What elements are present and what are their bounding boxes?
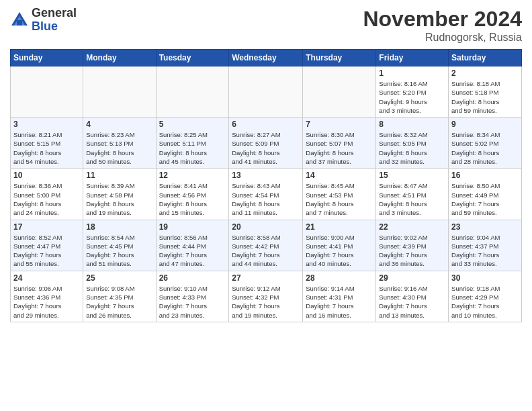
table-row xyxy=(229,66,303,118)
day-info: Sunrise: 8:45 AM Sunset: 4:53 PM Dayligh… xyxy=(306,181,373,217)
day-info: Sunrise: 8:58 AM Sunset: 4:42 PM Dayligh… xyxy=(232,233,300,269)
day-info: Sunrise: 8:16 AM Sunset: 5:20 PM Dayligh… xyxy=(379,79,445,115)
day-number: 16 xyxy=(451,171,519,180)
day-info: Sunrise: 9:14 AM Sunset: 4:31 PM Dayligh… xyxy=(306,284,373,320)
day-info: Sunrise: 8:56 AM Sunset: 4:44 PM Dayligh… xyxy=(159,233,226,269)
table-row: 8Sunrise: 8:32 AM Sunset: 5:05 PM Daylig… xyxy=(376,118,449,169)
day-number: 30 xyxy=(451,273,519,283)
day-number: 17 xyxy=(13,222,80,232)
day-info: Sunrise: 8:18 AM Sunset: 5:18 PM Dayligh… xyxy=(451,79,519,115)
calendar-week-row: 17Sunrise: 8:52 AM Sunset: 4:47 PM Dayli… xyxy=(11,220,522,271)
col-saturday: Saturday xyxy=(449,50,522,66)
table-row: 4Sunrise: 8:23 AM Sunset: 5:13 PM Daylig… xyxy=(83,118,156,169)
day-info: Sunrise: 9:16 AM Sunset: 4:30 PM Dayligh… xyxy=(379,284,445,320)
logo: General Blue xyxy=(10,7,77,34)
table-row: 24Sunrise: 9:06 AM Sunset: 4:36 PM Dayli… xyxy=(11,271,83,322)
day-number: 18 xyxy=(86,222,152,232)
day-number: 7 xyxy=(306,120,373,129)
table-row: 6Sunrise: 8:27 AM Sunset: 5:09 PM Daylig… xyxy=(229,118,303,169)
day-number: 6 xyxy=(232,120,300,129)
day-number: 15 xyxy=(379,171,445,180)
calendar-week-row: 3Sunrise: 8:21 AM Sunset: 5:15 PM Daylig… xyxy=(11,118,522,169)
table-row: 30Sunrise: 9:18 AM Sunset: 4:29 PM Dayli… xyxy=(449,271,522,322)
day-info: Sunrise: 9:10 AM Sunset: 4:33 PM Dayligh… xyxy=(159,284,226,320)
day-info: Sunrise: 8:41 AM Sunset: 4:56 PM Dayligh… xyxy=(159,181,226,217)
table-row: 25Sunrise: 9:08 AM Sunset: 4:35 PM Dayli… xyxy=(83,271,156,322)
day-info: Sunrise: 9:02 AM Sunset: 4:39 PM Dayligh… xyxy=(379,233,445,269)
day-number: 20 xyxy=(232,222,300,232)
logo-text: General Blue xyxy=(32,7,77,34)
calendar-week-row: 10Sunrise: 8:36 AM Sunset: 5:00 PM Dayli… xyxy=(11,169,522,220)
col-sunday: Sunday xyxy=(11,50,83,66)
table-row: 26Sunrise: 9:10 AM Sunset: 4:33 PM Dayli… xyxy=(156,271,229,322)
table-row: 22Sunrise: 9:02 AM Sunset: 4:39 PM Dayli… xyxy=(376,220,449,271)
table-row: 3Sunrise: 8:21 AM Sunset: 5:15 PM Daylig… xyxy=(11,118,83,169)
table-row: 28Sunrise: 9:14 AM Sunset: 4:31 PM Dayli… xyxy=(303,271,376,322)
calendar-week-row: 1Sunrise: 8:16 AM Sunset: 5:20 PM Daylig… xyxy=(11,66,522,118)
day-info: Sunrise: 8:47 AM Sunset: 4:51 PM Dayligh… xyxy=(379,181,445,217)
day-info: Sunrise: 8:36 AM Sunset: 5:00 PM Dayligh… xyxy=(13,181,80,217)
title-block: November 2024 Rudnogorsk, Russia xyxy=(363,7,522,44)
table-row: 11Sunrise: 8:39 AM Sunset: 4:58 PM Dayli… xyxy=(83,169,156,220)
header: General Blue November 2024 Rudnogorsk, R… xyxy=(10,7,522,44)
day-number: 1 xyxy=(379,68,445,78)
day-number: 9 xyxy=(451,120,519,129)
day-info: Sunrise: 8:52 AM Sunset: 4:47 PM Dayligh… xyxy=(13,233,80,269)
location: Rudnogorsk, Russia xyxy=(363,32,522,44)
logo-general-text: General xyxy=(32,7,77,20)
day-number: 26 xyxy=(159,273,226,283)
day-number: 8 xyxy=(379,120,445,129)
table-row: 19Sunrise: 8:56 AM Sunset: 4:44 PM Dayli… xyxy=(156,220,229,271)
table-row: 1Sunrise: 8:16 AM Sunset: 5:20 PM Daylig… xyxy=(376,66,449,118)
col-monday: Monday xyxy=(83,50,156,66)
day-number: 25 xyxy=(86,273,152,283)
day-number: 22 xyxy=(379,222,445,232)
day-info: Sunrise: 9:00 AM Sunset: 4:41 PM Dayligh… xyxy=(306,233,373,269)
table-row xyxy=(303,66,376,118)
table-row: 21Sunrise: 9:00 AM Sunset: 4:41 PM Dayli… xyxy=(303,220,376,271)
day-number: 13 xyxy=(232,171,300,180)
table-row: 9Sunrise: 8:34 AM Sunset: 5:02 PM Daylig… xyxy=(449,118,522,169)
table-row: 17Sunrise: 8:52 AM Sunset: 4:47 PM Dayli… xyxy=(11,220,83,271)
day-number: 14 xyxy=(306,171,373,180)
day-number: 3 xyxy=(13,120,80,129)
day-number: 11 xyxy=(86,171,152,180)
table-row xyxy=(156,66,229,118)
day-info: Sunrise: 8:39 AM Sunset: 4:58 PM Dayligh… xyxy=(86,181,152,217)
day-info: Sunrise: 8:43 AM Sunset: 4:54 PM Dayligh… xyxy=(232,181,300,217)
day-number: 10 xyxy=(13,171,80,180)
month-title: November 2024 xyxy=(363,7,522,32)
day-number: 4 xyxy=(86,120,152,129)
day-number: 5 xyxy=(159,120,226,129)
day-number: 2 xyxy=(451,68,519,78)
table-row: 29Sunrise: 9:16 AM Sunset: 4:30 PM Dayli… xyxy=(376,271,449,322)
day-info: Sunrise: 8:23 AM Sunset: 5:13 PM Dayligh… xyxy=(86,130,152,166)
table-row xyxy=(83,66,156,118)
day-info: Sunrise: 9:12 AM Sunset: 4:32 PM Dayligh… xyxy=(232,284,300,320)
day-info: Sunrise: 8:34 AM Sunset: 5:02 PM Dayligh… xyxy=(451,130,519,166)
day-info: Sunrise: 8:54 AM Sunset: 4:45 PM Dayligh… xyxy=(86,233,152,269)
calendar-week-row: 24Sunrise: 9:06 AM Sunset: 4:36 PM Dayli… xyxy=(11,271,522,322)
day-info: Sunrise: 9:08 AM Sunset: 4:35 PM Dayligh… xyxy=(86,284,152,320)
logo-blue-text: Blue xyxy=(32,20,77,34)
table-row: 15Sunrise: 8:47 AM Sunset: 4:51 PM Dayli… xyxy=(376,169,449,220)
table-row: 20Sunrise: 8:58 AM Sunset: 4:42 PM Dayli… xyxy=(229,220,303,271)
day-number: 23 xyxy=(451,222,519,232)
table-row: 18Sunrise: 8:54 AM Sunset: 4:45 PM Dayli… xyxy=(83,220,156,271)
table-row: 7Sunrise: 8:30 AM Sunset: 5:07 PM Daylig… xyxy=(303,118,376,169)
table-row: 2Sunrise: 8:18 AM Sunset: 5:18 PM Daylig… xyxy=(449,66,522,118)
col-thursday: Thursday xyxy=(303,50,376,66)
table-row: 14Sunrise: 8:45 AM Sunset: 4:53 PM Dayli… xyxy=(303,169,376,220)
day-number: 12 xyxy=(159,171,226,180)
day-info: Sunrise: 8:30 AM Sunset: 5:07 PM Dayligh… xyxy=(306,130,373,166)
day-info: Sunrise: 9:18 AM Sunset: 4:29 PM Dayligh… xyxy=(451,284,519,320)
day-number: 24 xyxy=(13,273,80,283)
day-info: Sunrise: 9:04 AM Sunset: 4:37 PM Dayligh… xyxy=(451,233,519,269)
day-info: Sunrise: 8:50 AM Sunset: 4:49 PM Dayligh… xyxy=(451,181,519,217)
col-wednesday: Wednesday xyxy=(229,50,303,66)
table-row: 16Sunrise: 8:50 AM Sunset: 4:49 PM Dayli… xyxy=(449,169,522,220)
day-number: 19 xyxy=(159,222,226,232)
svg-rect-2 xyxy=(17,20,22,26)
table-row: 5Sunrise: 8:25 AM Sunset: 5:11 PM Daylig… xyxy=(156,118,229,169)
day-number: 28 xyxy=(306,273,373,283)
